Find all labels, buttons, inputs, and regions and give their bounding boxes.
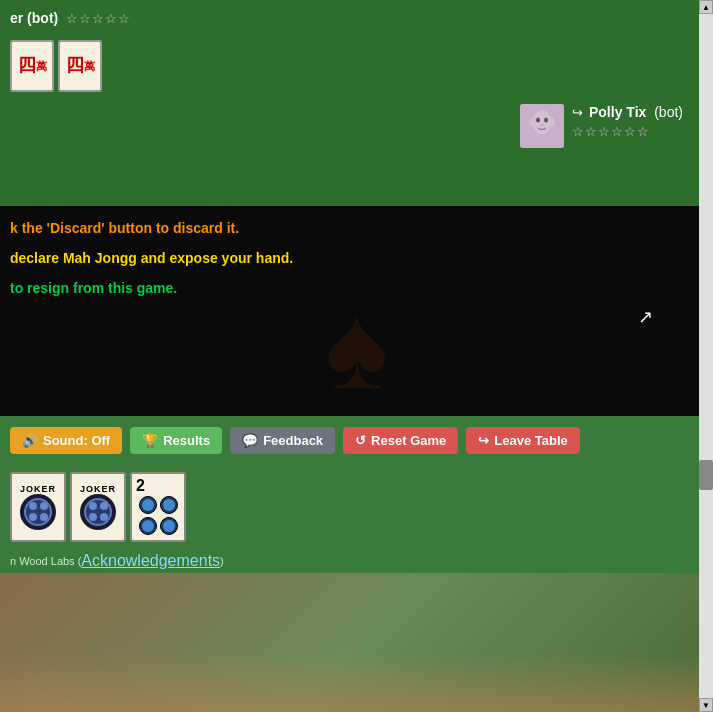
tile-number-label: 2 [132,478,145,494]
top-tiles-area: 四 萬 四 萬 [0,36,713,96]
exit-icon: ↪ [478,433,489,448]
hand-tile-joker-1[interactable]: JOKER [10,472,66,542]
acknowledgements-link[interactable]: Acknowledgements [81,552,220,570]
results-button[interactable]: 🏆 Results [130,427,222,454]
joker-label-1: JOKER [20,484,56,494]
svg-point-1 [532,110,552,134]
instructions-area: ♠ k the 'Discard' button to discard it. … [0,206,713,416]
sound-icon: 🔊 [22,433,38,448]
star-3: ☆ [92,11,104,26]
scrollbar-thumb[interactable] [699,460,713,490]
joker-circle-1 [20,494,56,530]
watermark: ♠ [0,286,713,406]
trophy-icon: 🏆 [142,433,158,448]
joker-circle-2 [80,494,116,530]
right-player-name: Polly Tix (bot) [589,104,683,120]
instruction-3: to resign from this game. [10,280,703,296]
avatar-icon [520,104,564,148]
svg-point-2 [536,118,540,123]
comment-icon: 💬 [242,433,258,448]
instruction-2: declare Mah Jongg and expose your hand. [10,250,703,266]
instruction-1: k the 'Discard' button to discard it. [10,220,703,236]
star-2: ☆ [79,11,91,26]
footer-prefix: n Wood Labs ( [10,555,81,567]
bottom-image [0,573,713,712]
arrow-right-icon: ↪ [572,105,583,120]
scrollbar-up-arrow[interactable]: ▲ [699,0,713,14]
reset-button[interactable]: ↺ Reset Game [343,427,458,454]
joker-label-2: JOKER [80,484,116,494]
top-player-name: er (bot) [10,10,58,26]
refresh-icon: ↺ [355,433,366,448]
right-player-info: ↪ Polly Tix (bot) ☆ ☆ ☆ ☆ ☆ ☆ [572,104,683,139]
bottom-decor [0,652,713,712]
button-bar: 🔊 Sound: Off 🏆 Results 💬 Feedback ↺ Rese… [0,416,713,464]
star-1: ☆ [66,11,78,26]
tile-circles [139,496,178,535]
svg-point-4 [540,124,543,126]
leave-button[interactable]: ↪ Leave Table [466,427,579,454]
footer-suffix: ) [220,555,224,567]
svg-point-5 [529,118,534,126]
top-player-stars: ☆ ☆ ☆ ☆ ☆ [66,11,130,26]
right-player-stars: ☆ ☆ ☆ ☆ ☆ ☆ [572,124,683,139]
middle-section: ↪ Polly Tix (bot) ☆ ☆ ☆ ☆ ☆ ☆ [0,96,713,206]
scrollbar[interactable]: ▲ ▼ [699,0,713,712]
hand-tile-joker-2[interactable]: JOKER [70,472,126,542]
top-tile-1[interactable]: 四 萬 [10,40,54,92]
scrollbar-down-arrow[interactable]: ▼ [699,698,713,712]
mouse-cursor: ↗ [638,306,653,328]
top-player-bar: er (bot) ☆ ☆ ☆ ☆ ☆ [0,0,713,36]
svg-point-6 [549,118,554,126]
sound-button[interactable]: 🔊 Sound: Off [10,427,122,454]
top-tile-2[interactable]: 四 萬 [58,40,102,92]
hand-area: JOKER JOKER [0,464,713,549]
footer-note: n Wood Labs ( Acknowledgements ) [0,549,713,573]
bot-suffix: (bot) [654,104,683,120]
hand-tile-2-circles[interactable]: 2 [130,472,186,542]
svg-point-3 [544,118,548,123]
feedback-button[interactable]: 💬 Feedback [230,427,335,454]
star-5: ☆ [118,11,130,26]
player-avatar [520,104,564,148]
star-4: ☆ [105,11,117,26]
